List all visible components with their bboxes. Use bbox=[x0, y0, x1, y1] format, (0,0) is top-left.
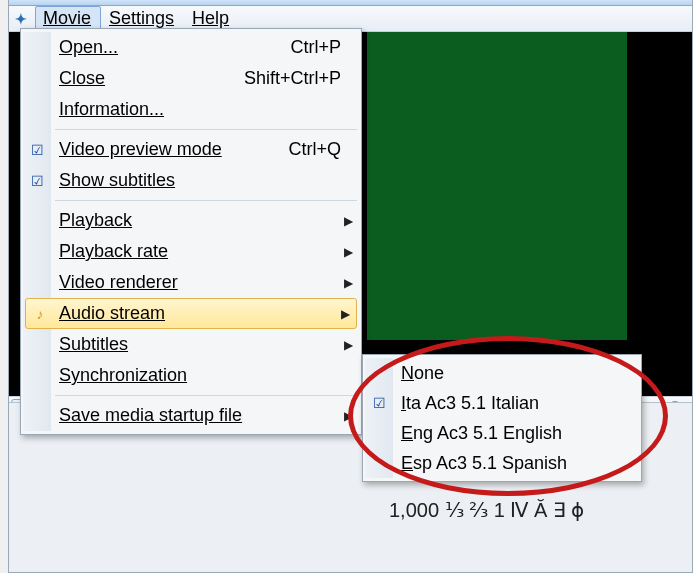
submenu-arrow-icon: ▶ bbox=[344, 276, 353, 290]
menu-item-close[interactable]: Close Shift+Ctrl+P bbox=[23, 63, 359, 94]
menu-label: Video preview mode bbox=[59, 139, 222, 160]
check-icon: ☑ bbox=[29, 142, 45, 158]
menu-item-video-renderer[interactable]: Video renderer ▶ bbox=[23, 267, 359, 298]
check-icon: ☑ bbox=[29, 173, 45, 189]
menu-accel: Ctrl+P bbox=[290, 37, 341, 58]
menu-label: Open... bbox=[59, 37, 118, 58]
music-note-icon: ♪ bbox=[32, 306, 48, 322]
audio-option-english[interactable]: Eng Ac3 5.1 English bbox=[365, 418, 639, 448]
submenu-arrow-icon: ▶ bbox=[344, 214, 353, 228]
menu-label: None bbox=[401, 363, 444, 384]
submenu-arrow-icon: ▶ bbox=[344, 245, 353, 259]
audio-option-spanish[interactable]: Esp Ac3 5.1 Spanish bbox=[365, 448, 639, 478]
menu-label: Esp Ac3 5.1 Spanish bbox=[401, 453, 567, 474]
audio-stream-submenu: None ☑ Ita Ac3 5.1 Italian Eng Ac3 5.1 E… bbox=[362, 354, 642, 482]
menu-accel: Ctrl+Q bbox=[288, 139, 341, 160]
menu-item-save-startup[interactable]: Save media startup file ▶ bbox=[23, 400, 359, 431]
menu-item-open[interactable]: Open... Ctrl+P bbox=[23, 32, 359, 63]
submenu-arrow-icon: ▶ bbox=[344, 409, 353, 423]
menu-separator bbox=[55, 395, 357, 396]
menu-item-video-preview[interactable]: ☑ Video preview mode Ctrl+Q bbox=[23, 134, 359, 165]
menu-label: Synchronization bbox=[59, 365, 187, 386]
menu-label: Audio stream bbox=[59, 303, 165, 324]
menu-label: Close bbox=[59, 68, 105, 89]
menu-item-subtitles[interactable]: Subtitles ▶ bbox=[23, 329, 359, 360]
menu-label: Playback bbox=[59, 210, 132, 231]
menu-item-information[interactable]: Information... bbox=[23, 94, 359, 125]
menu-label: Playback rate bbox=[59, 241, 168, 262]
audio-option-italian[interactable]: ☑ Ita Ac3 5.1 Italian bbox=[365, 388, 639, 418]
menu-separator bbox=[55, 200, 357, 201]
menu-label: Information... bbox=[59, 99, 164, 120]
menu-accel: Shift+Ctrl+P bbox=[244, 68, 341, 89]
submenu-arrow-icon: ▶ bbox=[341, 307, 350, 321]
submenu-arrow-icon: ▶ bbox=[344, 338, 353, 352]
audio-option-none[interactable]: None bbox=[365, 358, 639, 388]
status-text: 1,000 ⅓ ⅔ 1 Ⅳ Ă ∃ ɸ bbox=[389, 498, 584, 522]
menu-label: Ita Ac3 5.1 Italian bbox=[401, 393, 539, 414]
menu-item-playback[interactable]: Playback ▶ bbox=[23, 205, 359, 236]
menu-label: Subtitles bbox=[59, 334, 128, 355]
movie-menu: Open... Ctrl+P Close Shift+Ctrl+P Inform… bbox=[20, 28, 362, 435]
menu-item-synchronization[interactable]: Synchronization bbox=[23, 360, 359, 391]
menu-label: Save media startup file bbox=[59, 405, 242, 426]
menu-item-audio-stream[interactable]: ♪ Audio stream ▶ bbox=[25, 298, 357, 329]
menu-item-show-subtitles[interactable]: ☑ Show subtitles bbox=[23, 165, 359, 196]
video-frame bbox=[367, 32, 627, 340]
menu-separator bbox=[55, 129, 357, 130]
menu-label: Eng Ac3 5.1 English bbox=[401, 423, 562, 444]
app-icon: ✦ bbox=[11, 9, 31, 29]
menu-label: Video renderer bbox=[59, 272, 178, 293]
check-icon: ☑ bbox=[371, 395, 387, 411]
menu-item-playback-rate[interactable]: Playback rate ▶ bbox=[23, 236, 359, 267]
menu-label: Show subtitles bbox=[59, 170, 175, 191]
